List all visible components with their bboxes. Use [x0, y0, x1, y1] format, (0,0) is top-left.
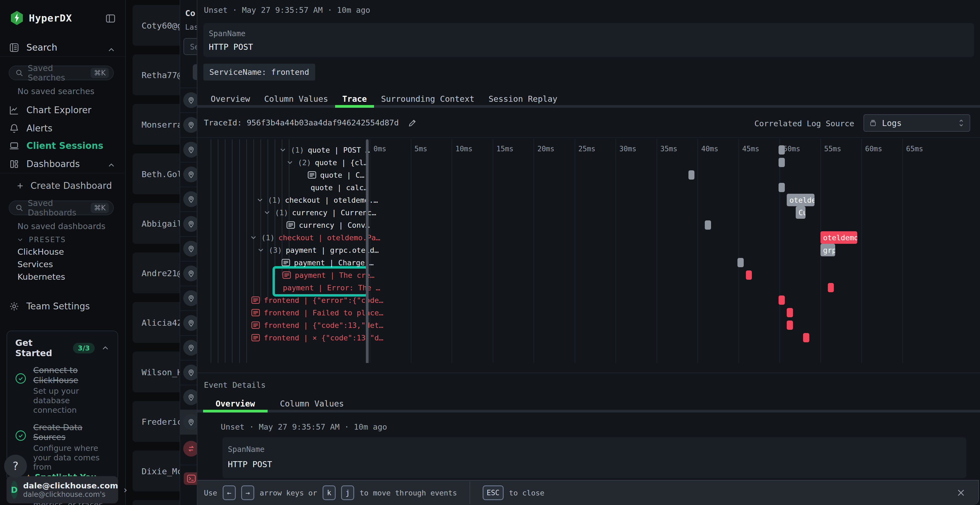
session-card[interactable] [132, 500, 180, 505]
location-pin-icon[interactable] [183, 191, 197, 207]
tab-session-replay[interactable]: Session Replay [482, 90, 565, 108]
log-source-select[interactable]: Logs [864, 114, 970, 132]
get-started-header[interactable]: Get Started 3/3 [7, 331, 118, 361]
presets-toggle[interactable]: PRESETS [16, 236, 66, 244]
sidebar-item-search[interactable]: Search [9, 42, 57, 53]
location-pin-icon[interactable] [183, 414, 197, 430]
sidebar-item-client-sessions[interactable]: Client Sessions [9, 140, 103, 151]
tab-overview[interactable]: Overview [204, 90, 257, 108]
saved-searches-input[interactable]: Saved Searches ⌘K [9, 65, 114, 80]
trace-span-row[interactable]: frontend | × {"code":13,"d… [251, 332, 383, 344]
span-duration-bar[interactable] [803, 333, 809, 342]
span-duration-bar[interactable]: Cu [796, 206, 805, 219]
session-search-input[interactable]: Se [183, 38, 197, 55]
location-pin-icon[interactable] [183, 241, 197, 257]
span-duration-bar[interactable] [778, 158, 785, 167]
service-name-chip[interactable]: ServiceName: frontend [204, 64, 315, 81]
span-duration-bar[interactable] [705, 221, 711, 230]
session-card[interactable]: Retha77@ [132, 54, 180, 95]
trace-span-row[interactable]: payment | Charge … [282, 256, 374, 269]
event-tab-overview[interactable]: Overview [203, 395, 267, 413]
create-dashboard-button[interactable]: Create Dashboard [16, 180, 112, 191]
trace-span-row[interactable]: payment | Error: The … [283, 281, 380, 294]
sidebar-item-dashboards[interactable]: Dashboards [9, 159, 80, 169]
span-duration-bar[interactable]: oteldemo. [787, 194, 815, 206]
span-duration-bar[interactable]: oteldemo. [821, 231, 857, 244]
location-pin-icon[interactable] [183, 167, 197, 182]
trace-span-row[interactable]: payment | The cre… [282, 269, 375, 281]
trace-span-row[interactable]: (2)quote | {cl… [286, 156, 368, 169]
terminal-log-icon[interactable] [184, 472, 197, 485]
saved-dashboards-input[interactable]: Saved Dashboards ⌘K [9, 200, 114, 215]
tab-column-values[interactable]: Column Values [257, 90, 336, 108]
trace-span-row[interactable]: quote | calc… [310, 181, 368, 194]
help-button[interactable]: ? [4, 455, 27, 478]
location-pin-icon[interactable] [183, 216, 197, 232]
sidebar-item-alerts[interactable]: Alerts [9, 123, 52, 133]
location-pin-icon[interactable] [183, 142, 197, 157]
preset-item-services[interactable]: Services [18, 259, 53, 269]
span-duration-bar[interactable] [828, 283, 834, 292]
location-pin-icon[interactable] [183, 365, 197, 380]
trace-span-row[interactable]: frontend | {"error":{"code… [251, 294, 383, 306]
span-duration-bar[interactable] [737, 258, 744, 267]
preset-item-kubernetes[interactable]: Kubernetes [18, 272, 65, 282]
session-card[interactable]: Frederic [132, 401, 180, 442]
location-pin-icon[interactable] [183, 340, 197, 356]
dashboards-collapse-chevron-icon[interactable] [107, 160, 116, 170]
span-duration-bar[interactable] [778, 145, 785, 154]
trace-span-row[interactable]: (3)payment | grpc.oteld… [257, 244, 379, 256]
close-icon[interactable] [956, 487, 966, 498]
get-started-item[interactable]: Connect to ClickHouseSet up your databas… [7, 361, 118, 418]
session-replay-icon[interactable] [183, 441, 197, 457]
event-tab-column-values[interactable]: Column Values [267, 395, 356, 413]
trace-span-row[interactable]: frontend | {"code":13,"det… [251, 319, 383, 332]
session-card[interactable]: Monserra [132, 104, 180, 145]
tree-panel-scrollbar[interactable] [366, 139, 369, 363]
trace-span-row[interactable]: (1)currency | Currenc… [263, 206, 376, 219]
span-duration-bar[interactable] [746, 270, 752, 280]
session-card[interactable]: Coty60@g [132, 5, 180, 46]
session-action-button[interactable] [193, 64, 197, 80]
chevron-down-icon[interactable] [279, 146, 287, 154]
trace-span-row[interactable]: quote | C… [308, 169, 364, 181]
sidebar-collapse-icon[interactable] [105, 13, 116, 24]
sidebar-item-team-settings[interactable]: Team Settings [9, 301, 90, 311]
span-duration-bar[interactable]: grp [821, 244, 835, 256]
edit-icon[interactable] [408, 118, 417, 127]
session-card[interactable]: Beth.Gol [132, 154, 180, 194]
tab-trace[interactable]: Trace [335, 90, 374, 108]
location-pin-icon[interactable] [183, 92, 197, 108]
span-duration-bar[interactable] [787, 308, 793, 317]
session-card[interactable]: Abbigail [132, 203, 180, 244]
location-pin-icon[interactable] [183, 315, 197, 331]
sidebar-item-chart-explorer[interactable]: Chart Explorer [9, 105, 91, 115]
session-card[interactable]: Andre21@ [132, 252, 180, 293]
trace-span-row[interactable]: (1)checkout | oteldemo.Pa… [249, 231, 380, 244]
session-card[interactable]: Wilson_H [132, 351, 180, 392]
logo[interactable]: HyperDX [10, 11, 72, 25]
chevron-down-icon[interactable] [249, 233, 258, 241]
span-duration-bar[interactable] [787, 321, 793, 330]
session-card[interactable]: Dixie_Mc [132, 451, 180, 491]
location-pin-icon[interactable] [183, 389, 197, 405]
trace-span-row[interactable]: (1)checkout | oteldemo.… [256, 194, 378, 206]
user-menu[interactable]: D dale@clickhouse.com dale@clickhouse.co… [6, 476, 118, 503]
chevron-down-icon[interactable] [256, 196, 264, 204]
span-duration-bar[interactable] [778, 183, 785, 192]
chevron-down-icon[interactable] [257, 246, 265, 254]
get-started-collapse-chevron-icon[interactable] [101, 343, 110, 353]
span-duration-bar[interactable] [689, 170, 695, 179]
chevron-down-icon[interactable] [286, 158, 294, 167]
location-pin-icon[interactable] [183, 265, 197, 281]
location-pin-icon[interactable] [183, 117, 197, 133]
chevron-down-icon[interactable] [263, 208, 271, 217]
session-card[interactable]: Alicia42 [132, 302, 180, 343]
search-collapse-chevron-icon[interactable] [107, 45, 116, 54]
trace-span-row[interactable]: (1)quote | POST … [279, 144, 370, 156]
span-duration-bar[interactable] [778, 295, 785, 305]
location-pin-icon[interactable] [183, 290, 197, 306]
preset-item-clickhouse[interactable]: ClickHouse [18, 247, 64, 257]
trace-span-row[interactable]: currency | Conv… [286, 219, 370, 231]
tab-surrounding-context[interactable]: Surrounding Context [374, 90, 482, 108]
